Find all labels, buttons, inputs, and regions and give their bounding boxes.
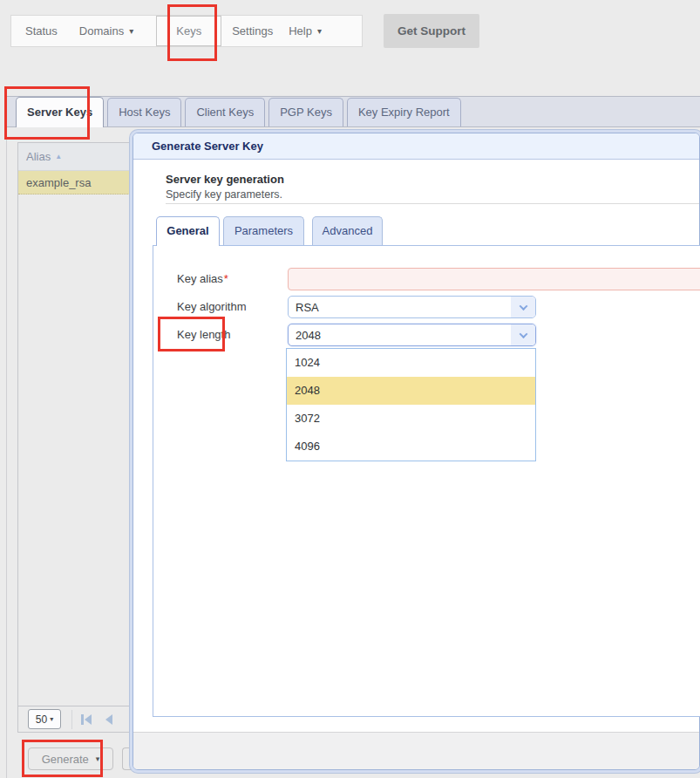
key-list-item[interactable]: example_rsa [18,171,132,194]
key-length-options-list: 1024 2048 3072 4096 [286,348,536,461]
tab-general[interactable]: General [156,216,220,246]
screenshot-page: Status Domains ▾ Keys Settings Help ▾ Ge… [0,0,700,778]
annotation-box-server-keys [4,86,90,140]
sort-asc-icon: ▲ [55,153,62,160]
first-page-icon[interactable] [81,714,92,725]
tab-key-expiry-report[interactable]: Key Expiry Report [347,98,461,126]
dialog-footer [133,732,699,769]
option-2048[interactable]: 2048 [287,377,535,405]
nav-item-domains[interactable]: Domains ▾ [79,24,133,38]
nav-item-status[interactable]: Status [25,24,58,38]
nav-item-settings[interactable]: Settings [232,24,273,38]
heading-divider [166,203,699,204]
chevron-down-icon [511,324,535,345]
content-panel-border [6,96,7,778]
chevron-down-icon: ▾ [129,26,133,36]
alias-header-label: Alias [26,150,51,163]
tab-parameters[interactable]: Parameters [223,216,304,245]
option-1024[interactable]: 1024 [287,349,535,377]
key-length-value: 2048 [289,329,511,342]
tab-advanced[interactable]: Advanced [312,216,383,245]
key-algorithm-value: RSA [289,301,511,314]
page-size-select[interactable]: 50 ▾ [28,709,61,729]
annotation-box-generate [22,740,103,777]
tab-host-keys[interactable]: Host Keys [107,98,181,126]
dialog-heading: Server key generation [166,173,284,186]
nav-help-label: Help [289,24,312,38]
prev-page-icon[interactable] [105,714,112,725]
key-algorithm-select[interactable]: RSA [288,296,536,318]
dialog-subheading: Specify key parameters. [166,188,282,201]
tab-client-keys[interactable]: Client Keys [185,98,265,126]
key-length-select[interactable]: 2048 [288,324,536,346]
option-3072[interactable]: 3072 [287,405,535,433]
alias-column-header[interactable]: Alias▲ [18,143,132,171]
tab-pgp-keys[interactable]: PGP Keys [268,98,343,126]
chevron-down-icon: ▾ [50,715,53,723]
generate-server-key-dialog: Generate Server Key Server key generatio… [133,133,700,770]
list-pagination-toolbar: 50 ▾ [18,706,132,732]
key-alias-label: Key alias* [177,272,228,285]
annotation-box-key-length [158,317,225,351]
page-size-value: 50 [36,713,47,726]
nav-domains-label: Domains [79,24,124,38]
toolbar-divider [71,710,72,729]
main-tabstrip: Server Keys Host Keys Client Keys PGP Ke… [6,96,700,127]
chevron-down-icon [511,297,535,317]
option-4096[interactable]: 4096 [287,433,535,461]
server-keys-list-panel: Alias▲ example_rsa 50 ▾ [17,142,133,733]
key-alias-input[interactable] [288,268,700,290]
annotation-box-keys [167,4,217,61]
get-support-button[interactable]: Get Support [384,14,479,48]
nav-item-help[interactable]: Help ▾ [289,24,322,38]
required-marker: * [224,272,228,285]
chevron-down-icon: ▾ [317,26,322,36]
dialog-title: Generate Server Key [133,133,699,160]
key-algorithm-label: Key algorithm [177,300,246,313]
